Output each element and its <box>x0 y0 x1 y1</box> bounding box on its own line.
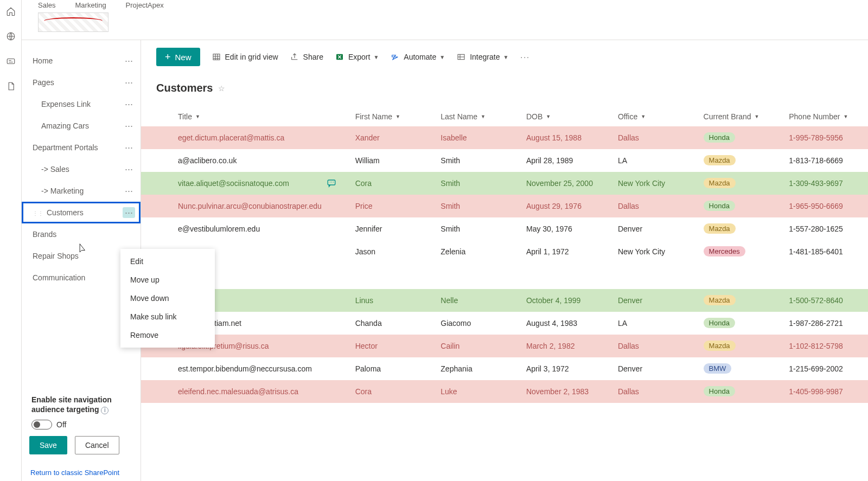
file-icon[interactable] <box>6 81 16 91</box>
nav-item[interactable]: Expenses Link··· <box>22 93 141 115</box>
cancel-button[interactable]: Cancel <box>75 436 119 454</box>
context-menu-item[interactable]: Make sub link <box>120 307 215 326</box>
cell-brand: Mazda <box>697 149 783 172</box>
nav-item-menu-button[interactable]: ··· <box>123 99 135 110</box>
column-header[interactable]: Current Brand▼ <box>704 112 760 121</box>
nav-item[interactable]: Pages··· <box>22 72 141 93</box>
context-menu-item[interactable]: Move up <box>120 271 215 289</box>
nav-item-context-menu: EditMove upMove downMake sub linkRemove <box>120 249 215 348</box>
home-icon[interactable] <box>6 7 16 16</box>
nav-item[interactable]: -> Marketing··· <box>22 180 141 202</box>
column-header[interactable]: First Name▼ <box>355 112 400 121</box>
cell-office: LA <box>611 312 697 335</box>
nav-item-menu-button[interactable]: ··· <box>123 55 135 66</box>
favorite-star-icon[interactable]: ☆ <box>218 84 225 93</box>
hub-nav: Sales Marketing ProjectApex <box>22 0 868 12</box>
share-button[interactable]: Share <box>290 53 323 61</box>
table-row[interactable]: on.comJasonZeleniaApril 1, 1972New York … <box>141 240 868 263</box>
cell-brand: BMW <box>697 357 783 380</box>
cell-title: eleifend.nec.malesuada@atrisus.ca <box>171 380 349 403</box>
nav-item[interactable]: ⋮⋮Customers··· <box>22 202 141 223</box>
edit-grid-button[interactable]: Edit in grid view <box>212 53 278 61</box>
hub-link[interactable]: ProjectApex <box>126 1 164 9</box>
table-row[interactable]: eleifend.nec.malesuada@atrisus.caCoraLuk… <box>141 380 868 403</box>
table-row[interactable]: est.tempor.bibendum@neccursusa.comPaloma… <box>141 357 868 380</box>
table-row[interactable]: eget.dictum.placerat@mattis.caXanderIsab… <box>141 126 868 149</box>
cell-phone: 1-215-699-2002 <box>782 357 868 380</box>
nav-item-label: Pages <box>33 78 54 87</box>
nav-item-label: ⋮⋮Customers <box>33 208 84 217</box>
info-icon[interactable]: i <box>101 407 108 414</box>
cell-dob: May 30, 1976 <box>520 217 611 240</box>
column-header[interactable]: Title▼ <box>178 112 200 121</box>
integrate-button[interactable]: Integrate▼ <box>457 53 508 61</box>
table-row[interactable]: @in.eduLinusNelleOctober 4, 1999DenverMa… <box>141 289 868 312</box>
cell-first-name: Cora <box>349 172 435 195</box>
cell-dob: March 2, 1982 <box>520 335 611 357</box>
nav-item-menu-button[interactable]: ··· <box>123 120 135 131</box>
context-menu-item[interactable]: Move down <box>120 289 215 307</box>
cell-first-name: Chanda <box>349 312 435 335</box>
drag-handle-icon[interactable]: ⋮⋮ <box>33 210 43 216</box>
audience-toggle[interactable] <box>31 420 52 429</box>
table-row[interactable]: Nunc.pulvinar.arcu@conubianostraper.eduP… <box>141 195 868 217</box>
table-row[interactable]: ligula.elit.pretium@risus.caHectorCailin… <box>141 335 868 357</box>
cell-office: Dallas <box>611 195 697 217</box>
column-header[interactable]: Office▼ <box>618 112 646 121</box>
nav-item[interactable]: Department Portals··· <box>22 137 141 158</box>
column-header[interactable]: DOB▼ <box>526 112 551 121</box>
chevron-down-icon: ▼ <box>395 114 400 119</box>
context-menu-item[interactable]: Edit <box>120 252 215 271</box>
cell-title: a@aclibero.co.uk <box>171 149 349 172</box>
nav-item-menu-button[interactable]: ··· <box>123 77 135 88</box>
automate-icon <box>391 53 399 61</box>
table-row[interactable] <box>141 263 868 289</box>
table-row[interactable]: a@aclibero.co.ukWilliamSmithApril 28, 19… <box>141 149 868 172</box>
table-row[interactable]: Nullam@Etiam.netChandaGiacomoAugust 4, 1… <box>141 312 868 335</box>
nav-item-label: Expenses Link <box>41 100 91 108</box>
nav-item-label: -> Marketing <box>41 187 84 195</box>
table-row[interactable]: vitae.aliquet@sociisnatoque.comCoraSmith… <box>141 172 868 195</box>
context-menu-item[interactable]: Remove <box>120 326 215 344</box>
cell-phone: 1-965-950-6669 <box>782 195 868 217</box>
brand-pill: Honda <box>704 201 735 211</box>
brand-pill: Mazda <box>704 341 736 351</box>
save-button[interactable]: Save <box>29 436 67 454</box>
nav-item[interactable]: Amazing Cars··· <box>22 115 141 137</box>
nav-item-menu-button[interactable]: ··· <box>123 142 135 153</box>
cell-last-name: Smith <box>434 195 520 217</box>
nav-item[interactable]: Home··· <box>22 50 141 72</box>
news-icon[interactable] <box>6 56 16 66</box>
column-header[interactable]: Phone Number▼ <box>789 112 848 121</box>
cell-last-name: Zephania <box>434 357 520 380</box>
automate-button[interactable]: Automate▼ <box>391 53 445 61</box>
nav-item-menu-button[interactable]: ··· <box>123 185 135 196</box>
comment-icon[interactable] <box>326 178 337 188</box>
cell-first-name: Jason <box>349 240 435 263</box>
nav-item-label: Brands <box>33 230 56 239</box>
cell-brand: Honda <box>697 195 783 217</box>
cell-dob: August 4, 1983 <box>520 312 611 335</box>
nav-item[interactable]: Brands <box>22 223 141 245</box>
cell-first-name: Xander <box>349 126 435 149</box>
nav-item[interactable]: -> Sales··· <box>22 158 141 180</box>
new-button[interactable]: +New <box>156 48 200 66</box>
nav-item-menu-button[interactable]: ··· <box>123 164 135 175</box>
brand-pill: Mazda <box>704 223 736 234</box>
hub-link[interactable]: Marketing <box>75 1 106 9</box>
cell-last-name: Smith <box>434 172 520 195</box>
site-logo[interactable] <box>38 12 108 32</box>
export-button[interactable]: Export▼ <box>335 53 379 61</box>
svg-rect-2 <box>213 54 220 60</box>
cell-office: New York City <box>611 172 697 195</box>
return-classic-link[interactable]: Return to classic SharePoint <box>22 464 141 481</box>
cell-brand: Honda <box>697 312 783 335</box>
nav-item-menu-button[interactable]: ··· <box>123 207 135 218</box>
cell-first-name: Price <box>349 195 435 217</box>
column-header[interactable]: Last Name▼ <box>441 112 486 121</box>
table-row[interactable]: e@vestibulumlorem.eduJenniferSmithMay 30… <box>141 217 868 240</box>
overflow-button[interactable]: ··· <box>520 53 530 61</box>
brand-pill: Mazda <box>704 155 736 165</box>
hub-link[interactable]: Sales <box>38 1 56 9</box>
globe-icon[interactable] <box>6 31 16 41</box>
